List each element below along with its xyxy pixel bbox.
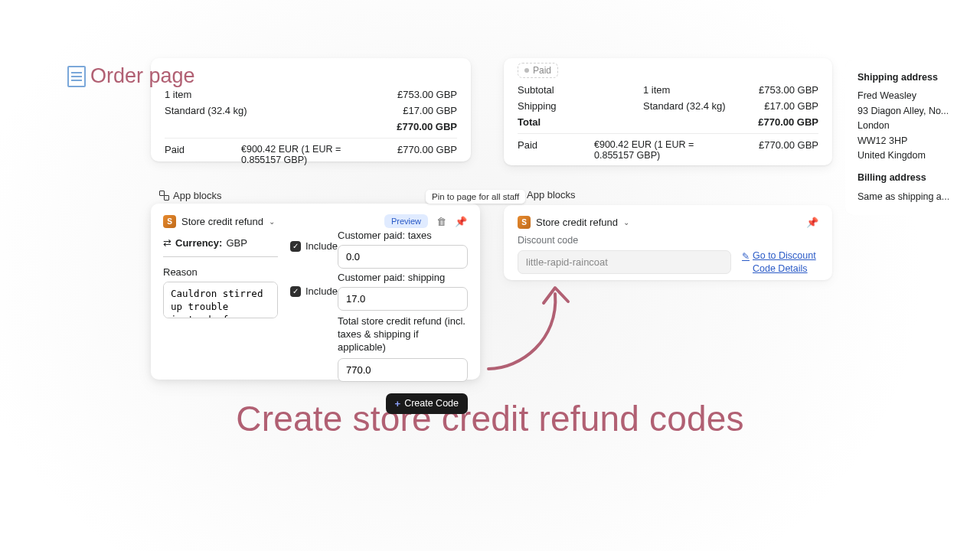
- qty-label: 1 item: [165, 89, 226, 100]
- app-blocks-heading-left: App blocks: [159, 190, 222, 201]
- paid-eur: €900.42 EUR (1 EUR = 0.855157 GBP): [226, 144, 373, 165]
- taxes-input[interactable]: [338, 245, 468, 269]
- caption-title: Create store credit refund codes: [0, 398, 980, 439]
- include-shipping-checkbox[interactable]: ✓: [290, 286, 301, 297]
- shipping-label: Customer paid: shipping: [338, 272, 468, 283]
- address-card: Shipping address Fred Weasley 93 Diagon …: [845, 60, 980, 215]
- blocks-icon: [159, 191, 169, 201]
- chevron-down-icon: ⌄: [269, 217, 275, 226]
- page-title: Order page: [67, 64, 195, 88]
- include-taxes-checkbox[interactable]: ✓: [290, 241, 301, 252]
- page-title-text: Order page: [90, 64, 195, 88]
- delete-icon[interactable]: 🗑: [434, 214, 448, 228]
- annotation-arrow: [475, 279, 590, 378]
- total-label: Total store credit refund (incl. taxes &…: [338, 315, 468, 354]
- shipping-method: Standard (32.4 kg): [165, 105, 247, 116]
- app-block-title[interactable]: S Store credit refund ⌄: [518, 216, 629, 229]
- edit-icon: ✎: [742, 250, 750, 262]
- paid-badge: Paid: [518, 63, 558, 78]
- total-amount: £770.00 GBP: [373, 121, 457, 132]
- pin-tooltip: Pin to page for all staff: [426, 190, 525, 204]
- app-block-title[interactable]: S Store credit refund ⌄: [163, 215, 275, 228]
- preview-badge: Preview: [384, 214, 428, 228]
- shipping-input[interactable]: [338, 287, 468, 311]
- reason-label: Reason: [163, 266, 279, 278]
- order-summary-left: 1 item £753.00 GBP Standard (32.4 kg) £1…: [151, 58, 471, 161]
- store-credit-refund-block-right: S Store credit refund ⌄ 📌 Discount code …: [504, 205, 832, 280]
- discount-code-label: Discount code: [518, 235, 818, 246]
- shipping-address-heading: Shipping address: [858, 70, 980, 85]
- pin-icon[interactable]: 📌: [454, 214, 468, 228]
- line-amount: £753.00 GBP: [373, 89, 457, 100]
- billing-address-heading: Billing address: [858, 171, 980, 185]
- currency-swap-icon: ⇄: [163, 237, 172, 249]
- discount-details-link[interactable]: ✎ Go to Discount Code Details: [742, 249, 818, 276]
- chevron-down-icon: ⌄: [623, 218, 629, 227]
- plus-icon: +: [395, 398, 401, 409]
- app-logo-icon: S: [518, 216, 531, 229]
- pin-icon[interactable]: 📌: [806, 217, 818, 228]
- total-input[interactable]: [338, 358, 468, 382]
- document-icon: [67, 66, 86, 87]
- app-logo-icon: S: [163, 215, 176, 228]
- ship-amount: £17.00 GBP: [373, 105, 457, 116]
- paid-label: Paid: [165, 144, 226, 165]
- create-code-button[interactable]: + Create Code: [386, 393, 468, 414]
- reason-input[interactable]: [163, 282, 278, 318]
- discount-code-input: little-rapid-raincoat: [518, 250, 731, 274]
- taxes-label: Customer paid: taxes: [338, 230, 468, 241]
- store-credit-refund-block-left: S Store credit refund ⌄ Preview 🗑 📌 ⇄ Cu…: [151, 204, 480, 380]
- paid-right: £770.00 GBP: [373, 144, 457, 165]
- order-summary-right: Paid Subtotal 1 item £753.00 GBP Shippin…: [504, 58, 832, 165]
